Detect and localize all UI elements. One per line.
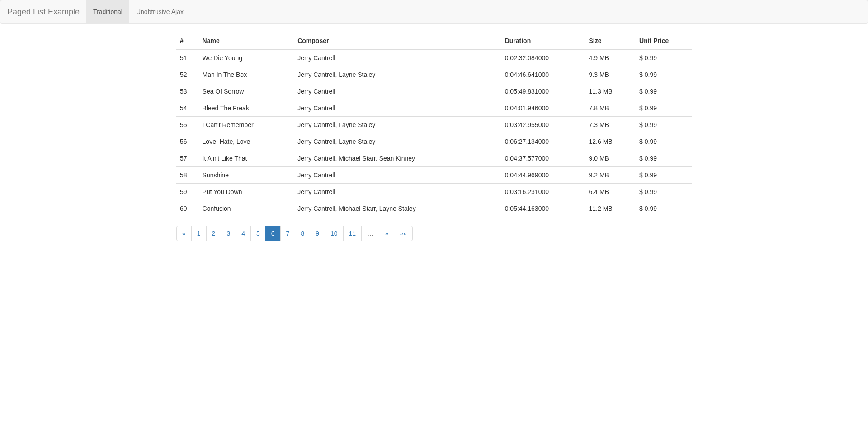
pagination-link[interactable]: 9: [310, 226, 325, 241]
cell-name: Confusion: [199, 200, 294, 217]
cell-size: 9.3 MB: [585, 66, 636, 83]
header-duration: Duration: [501, 33, 585, 49]
cell-size: 6.4 MB: [585, 184, 636, 200]
pagination-page-10: 10: [325, 226, 344, 241]
cell-duration: 0:04:46.641000: [501, 66, 585, 83]
pagination-link[interactable]: 3: [221, 226, 236, 241]
pagination-link[interactable]: 4: [236, 226, 251, 241]
pagination-link[interactable]: 7: [280, 226, 296, 241]
pagination-link[interactable]: 10: [325, 226, 344, 241]
cell-price: $ 0.99: [636, 150, 692, 167]
cell-name: Love, Hate, Love: [199, 133, 294, 150]
pagination-page-5: 5: [251, 226, 266, 241]
table-row: 54Bleed The FreakJerry Cantrell0:04:01.9…: [176, 100, 692, 117]
pagination-link[interactable]: 11: [343, 226, 362, 241]
pagination-page-8: 8: [295, 226, 310, 241]
cell-id: 51: [176, 49, 199, 66]
table-row: 51We Die YoungJerry Cantrell0:02:32.0840…: [176, 49, 692, 66]
pagination-ellipsis: …: [361, 226, 379, 241]
pagination-link[interactable]: 6: [265, 226, 281, 241]
cell-price: $ 0.99: [636, 117, 692, 133]
cell-price: $ 0.99: [636, 100, 692, 117]
pagination-link[interactable]: 1: [191, 226, 207, 241]
cell-size: 7.3 MB: [585, 117, 636, 133]
header-name: Name: [199, 33, 294, 49]
cell-name: Sea Of Sorrow: [199, 83, 294, 100]
pagination-link[interactable]: »: [379, 226, 394, 241]
nav-link[interactable]: Unobtrusive Ajax: [129, 0, 190, 23]
cell-id: 56: [176, 133, 199, 150]
pagination-link[interactable]: 8: [295, 226, 310, 241]
cell-name: Man In The Box: [199, 66, 294, 83]
cell-id: 59: [176, 184, 199, 200]
pagination-next: »: [379, 226, 394, 241]
table-header-row: # Name Composer Duration Size Unit Price: [176, 33, 692, 49]
cell-id: 60: [176, 200, 199, 217]
cell-size: 11.3 MB: [585, 83, 636, 100]
cell-id: 54: [176, 100, 199, 117]
pagination-first: «: [176, 226, 192, 241]
cell-id: 52: [176, 66, 199, 83]
cell-id: 53: [176, 83, 199, 100]
cell-size: 9.0 MB: [585, 150, 636, 167]
table-row: 58SunshineJerry Cantrell0:04:44.9690009.…: [176, 167, 692, 184]
pagination-ellipsis: …: [362, 226, 379, 241]
table-row: 53Sea Of SorrowJerry Cantrell0:05:49.831…: [176, 83, 692, 100]
cell-size: 4.9 MB: [585, 49, 636, 66]
table-row: 52Man In The BoxJerry Cantrell, Layne St…: [176, 66, 692, 83]
cell-name: It Ain't Like That: [199, 150, 294, 167]
cell-composer: Jerry Cantrell: [294, 167, 501, 184]
pagination-link[interactable]: 2: [206, 226, 222, 241]
cell-price: $ 0.99: [636, 83, 692, 100]
pagination-page-6: 6: [266, 226, 281, 241]
cell-composer: Jerry Cantrell, Layne Staley: [294, 117, 501, 133]
cell-id: 55: [176, 117, 199, 133]
cell-composer: Jerry Cantrell, Michael Starr, Layne Sta…: [294, 200, 501, 217]
navbar-brand[interactable]: Paged List Example: [0, 0, 86, 23]
cell-price: $ 0.99: [636, 66, 692, 83]
cell-name: Bleed The Freak: [199, 100, 294, 117]
pagination-page-4: 4: [236, 226, 251, 241]
cell-composer: Jerry Cantrell: [294, 49, 501, 66]
header-price: Unit Price: [636, 33, 692, 49]
pagination-page-1: 1: [192, 226, 207, 241]
pagination-page-11: 11: [344, 226, 362, 241]
cell-name: I Can't Remember: [199, 117, 294, 133]
nav-link[interactable]: Traditional: [86, 0, 129, 23]
cell-name: Put You Down: [199, 184, 294, 200]
cell-composer: Jerry Cantrell, Layne Staley: [294, 133, 501, 150]
nav-item-unobtrusive-ajax: Unobtrusive Ajax: [129, 0, 190, 23]
cell-size: 9.2 MB: [585, 167, 636, 184]
pagination-page-2: 2: [207, 226, 222, 241]
header-id: #: [176, 33, 199, 49]
header-composer: Composer: [294, 33, 501, 49]
cell-composer: Jerry Cantrell: [294, 83, 501, 100]
cell-name: We Die Young: [199, 49, 294, 66]
table-row: 56Love, Hate, LoveJerry Cantrell, Layne …: [176, 133, 692, 150]
header-size: Size: [585, 33, 636, 49]
table-body: 51We Die YoungJerry Cantrell0:02:32.0840…: [176, 49, 692, 217]
pagination-last: »»: [394, 226, 413, 241]
cell-id: 57: [176, 150, 199, 167]
pagination-link[interactable]: «: [176, 226, 192, 241]
nav-item-traditional: Traditional: [86, 0, 129, 23]
cell-composer: Jerry Cantrell: [294, 100, 501, 117]
cell-duration: 0:03:16.231000: [501, 184, 585, 200]
pagination-page-7: 7: [281, 226, 296, 241]
cell-price: $ 0.99: [636, 49, 692, 66]
cell-duration: 0:06:27.134000: [501, 133, 585, 150]
cell-duration: 0:03:42.955000: [501, 117, 585, 133]
pagination-link[interactable]: »»: [394, 226, 413, 241]
cell-size: 11.2 MB: [585, 200, 636, 217]
navbar-nav: TraditionalUnobtrusive Ajax: [86, 0, 190, 23]
pagination: «1234567891011…»»»: [176, 226, 692, 241]
pagination-page-3: 3: [221, 226, 236, 241]
pagination-link[interactable]: 5: [250, 226, 266, 241]
cell-duration: 0:04:37.577000: [501, 150, 585, 167]
cell-duration: 0:04:01.946000: [501, 100, 585, 117]
table-row: 57It Ain't Like ThatJerry Cantrell, Mich…: [176, 150, 692, 167]
cell-size: 12.6 MB: [585, 133, 636, 150]
cell-price: $ 0.99: [636, 167, 692, 184]
cell-size: 7.8 MB: [585, 100, 636, 117]
cell-duration: 0:02:32.084000: [501, 49, 585, 66]
